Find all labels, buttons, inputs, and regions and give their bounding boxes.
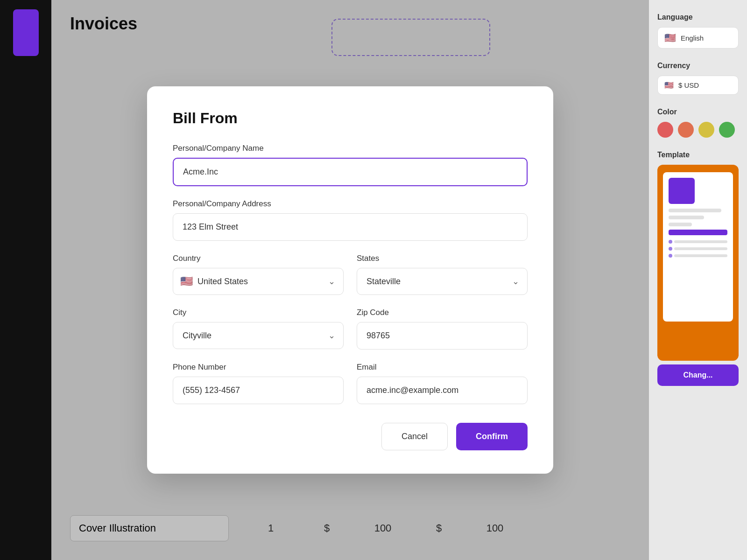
- modal-actions: Cancel Confirm: [173, 423, 528, 450]
- template-dot-3: [669, 254, 672, 258]
- country-col: Country 🇺🇸 United States ⌄: [173, 254, 344, 295]
- city-select-wrapper: Cityville ⌄: [173, 322, 344, 349]
- color-swatch-red[interactable]: [657, 122, 673, 138]
- template-inner: [663, 172, 733, 322]
- color-title: Color: [657, 108, 739, 116]
- states-label: States: [357, 254, 528, 263]
- color-section: Color: [657, 108, 739, 138]
- color-swatch-green[interactable]: [719, 122, 735, 138]
- phone-input[interactable]: [173, 377, 344, 404]
- currency-section: Currency 🇺🇸 $ USD: [657, 62, 739, 95]
- main-content-area: Invoices Bill From Personal/Company Name…: [51, 0, 649, 560]
- color-swatch-yellow[interactable]: [698, 122, 714, 138]
- country-flag-icon: 🇺🇸: [180, 275, 193, 287]
- modal-overlay: Bill From Personal/Company Name Personal…: [51, 0, 649, 560]
- template-line-3: [669, 223, 692, 226]
- color-swatches: [657, 122, 739, 138]
- language-flag-icon: 🇺🇸: [664, 32, 676, 43]
- states-col: States Stateville ⌄: [357, 254, 528, 295]
- template-dots-row-2: [669, 247, 727, 251]
- template-section: Template: [657, 151, 739, 386]
- template-dots-row-3: [669, 254, 727, 258]
- phone-label: Phone Number: [173, 363, 344, 372]
- template-title: Template: [657, 151, 739, 159]
- states-select[interactable]: Stateville: [357, 268, 528, 295]
- color-swatch-orange[interactable]: [678, 122, 694, 138]
- confirm-button[interactable]: Confirm: [456, 423, 528, 450]
- template-dot-1: [669, 240, 672, 244]
- modal-title: Bill From: [173, 110, 528, 127]
- address-input[interactable]: [173, 213, 528, 241]
- currency-option[interactable]: 🇺🇸 $ USD: [657, 76, 739, 95]
- city-select[interactable]: Cityville: [173, 322, 344, 349]
- language-section: Language 🇺🇸 English: [657, 13, 739, 49]
- city-col: City Cityville ⌄: [173, 308, 344, 350]
- template-line-2: [669, 216, 704, 219]
- country-select[interactable]: United States: [173, 268, 344, 295]
- template-dot-2: [669, 247, 672, 251]
- bill-from-modal: Bill From Personal/Company Name Personal…: [147, 86, 553, 474]
- cancel-button[interactable]: Cancel: [381, 423, 448, 450]
- company-name-label: Personal/Company Name: [173, 144, 528, 153]
- left-sidebar: [0, 0, 51, 560]
- language-label: English: [681, 34, 704, 42]
- address-group: Personal/Company Address: [173, 199, 528, 241]
- email-input[interactable]: [357, 377, 528, 404]
- states-select-wrapper: Stateville ⌄: [357, 268, 528, 295]
- company-name-group: Personal/Company Name: [173, 144, 528, 186]
- country-states-row: Country 🇺🇸 United States ⌄ States Statev…: [173, 254, 528, 295]
- template-purple-rect: [669, 178, 695, 204]
- right-panel: Language 🇺🇸 English Currency 🇺🇸 $ USD Co…: [649, 0, 747, 560]
- country-select-wrapper: 🇺🇸 United States ⌄: [173, 268, 344, 295]
- phone-email-row: Phone Number Email: [173, 363, 528, 404]
- template-small-line-3: [674, 254, 727, 257]
- currency-flag-icon: 🇺🇸: [664, 81, 674, 90]
- currency-label: $ USD: [678, 81, 699, 89]
- country-label: Country: [173, 254, 344, 263]
- phone-col: Phone Number: [173, 363, 344, 404]
- template-small-line-2: [674, 247, 727, 250]
- language-title: Language: [657, 13, 739, 21]
- currency-title: Currency: [657, 62, 739, 70]
- city-label: City: [173, 308, 344, 317]
- zip-input[interactable]: [357, 322, 528, 350]
- language-option[interactable]: 🇺🇸 English: [657, 27, 739, 49]
- template-line-1: [669, 209, 721, 212]
- email-col: Email: [357, 363, 528, 404]
- template-dots-row-1: [669, 240, 727, 244]
- template-preview: [657, 165, 739, 361]
- change-button[interactable]: Chang...: [657, 364, 739, 386]
- address-label: Personal/Company Address: [173, 199, 528, 209]
- template-small-line-1: [674, 240, 727, 243]
- zip-label: Zip Code: [357, 308, 528, 317]
- sidebar-nav-block[interactable]: [13, 9, 39, 56]
- email-label: Email: [357, 363, 528, 372]
- template-purple-bar: [669, 230, 727, 235]
- city-zip-row: City Cityville ⌄ Zip Code: [173, 308, 528, 350]
- company-name-input[interactable]: [173, 158, 528, 186]
- zip-col: Zip Code: [357, 308, 528, 350]
